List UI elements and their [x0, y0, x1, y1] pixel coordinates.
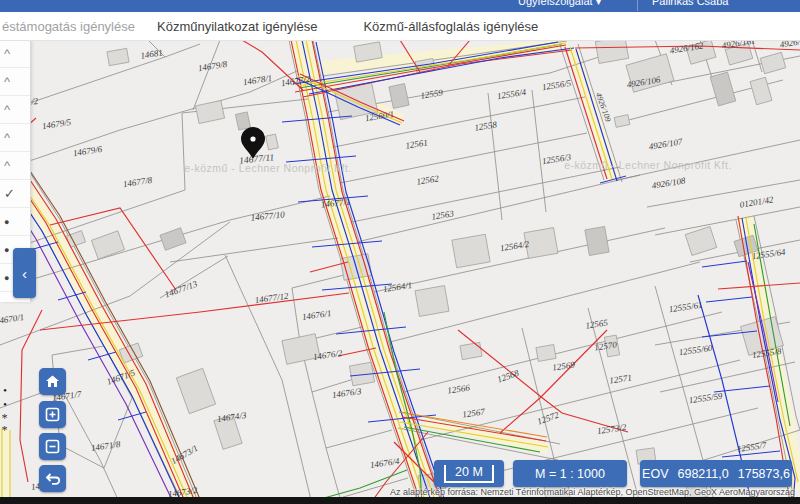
dot-icon: ●	[4, 273, 9, 283]
parcel-label: *	[1, 423, 7, 437]
tab-kozmunyilatkozat[interactable]: Közműnyilatkozat igénylése	[157, 19, 317, 34]
eov-coordinates-display: EOV 698211,0 175873,6	[640, 460, 792, 487]
top-app-bar: Ügyfélszolgálat ▾ Pálinkás Csaba	[0, 0, 800, 12]
tab-kozmu-allasfoglalas[interactable]: Közmű-állásfoglalás igénylése	[363, 19, 538, 34]
tab-tervezestamogatas[interactable]: éstámogatás igénylése	[2, 19, 135, 34]
location-pin-hole	[250, 136, 255, 141]
customer-service-label: Ügyfélszolgálat	[518, 0, 593, 7]
chevron-icon: ^	[4, 158, 10, 173]
user-name-label: Pálinkás Csaba	[652, 0, 728, 7]
building	[107, 48, 129, 65]
layer-item-1[interactable]: ^	[0, 68, 30, 96]
chevron-down-icon: ▾	[596, 0, 602, 7]
layer-item-0[interactable]: ^	[0, 40, 30, 68]
dot-icon: ●	[4, 245, 9, 255]
scale-ratio-selector[interactable]: M = 1 : 1000	[513, 460, 627, 487]
chevron-icon: ^	[4, 102, 10, 117]
chevron-icon: ^	[4, 46, 10, 61]
parcel-label: ●	[3, 401, 7, 407]
scale-line-label: 20 M	[444, 465, 494, 483]
home-icon	[45, 374, 60, 389]
layer-item-6[interactable]: ●	[0, 208, 30, 236]
layer-item-2[interactable]: ^	[0, 96, 30, 124]
panel-collapse-button[interactable]: ‹	[13, 248, 36, 298]
bottom-strip	[0, 497, 800, 504]
layer-item-4[interactable]: ^	[0, 152, 30, 180]
zoom-in-icon	[45, 407, 60, 422]
zoom-out-button[interactable]	[39, 433, 66, 460]
watermark-text: e-közmű - Lechner Nonprofit Kft.	[564, 159, 732, 171]
undo-arrow-icon	[45, 472, 61, 486]
chevron-icon: ^	[4, 74, 10, 89]
main-tab-bar: éstámogatás igénylése Közműnyilatkozat i…	[0, 12, 800, 41]
building	[536, 345, 556, 362]
map-viewport[interactable]: e-közmű - Lechner Nonprofit Kft.e-közmű …	[0, 40, 800, 504]
scale-line: 20 M	[434, 460, 504, 487]
customer-service-menu[interactable]: Ügyfélszolgálat ▾	[518, 0, 601, 8]
building	[452, 234, 490, 267]
map-canvas[interactable]: e-közmű - Lechner Nonprofit Kft.e-közmű …	[0, 40, 800, 504]
layer-item-3[interactable]: ^	[0, 124, 30, 152]
parcel-label: ●	[3, 387, 7, 393]
previous-extent-button[interactable]	[39, 465, 66, 492]
scale-ratio-label: M = 1 : 1000	[535, 467, 605, 481]
chevron-left-icon: ‹	[22, 265, 27, 282]
eov-x-value: 698211,0	[678, 467, 729, 481]
building	[460, 342, 482, 359]
building	[524, 228, 558, 259]
watermark-text: e-közmű - Lechner Nonprofit Kft.	[184, 162, 352, 174]
topbar-divider	[637, 0, 638, 11]
map-attribution: Az alaptérkép forrása: Nemzeti Térinform…	[390, 487, 795, 497]
user-menu[interactable]: Pálinkás Csaba	[652, 0, 728, 7]
eov-y-value: 175873,6	[738, 467, 790, 481]
layer-item-5[interactable]: ✓	[0, 180, 30, 208]
chevron-icon: ^	[4, 130, 10, 145]
building	[415, 286, 449, 317]
zoom-in-button[interactable]	[39, 401, 66, 428]
dot-icon: ●	[4, 217, 9, 227]
building	[585, 226, 609, 255]
zoom-out-icon	[45, 439, 60, 454]
check-icon: ✓	[4, 186, 15, 201]
eov-label: EOV	[642, 467, 668, 481]
top-app-bar-inner: Ügyfélszolgálat ▾ Pálinkás Csaba	[0, 0, 800, 12]
home-extent-button[interactable]	[39, 368, 66, 395]
